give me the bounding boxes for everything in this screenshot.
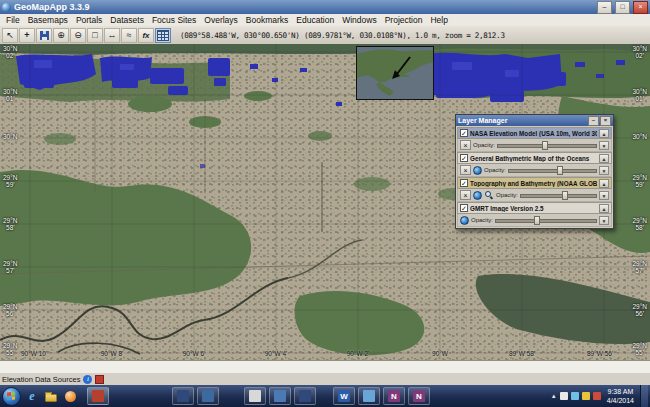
select-tool-button[interactable]: ↖ xyxy=(2,28,18,43)
globe-icon[interactable] xyxy=(473,191,482,200)
action-center-icon[interactable] xyxy=(560,392,568,400)
app-icon xyxy=(249,390,261,402)
layer-visibility-checkbox[interactable]: ✓ xyxy=(460,179,468,187)
save-button[interactable] xyxy=(36,28,52,43)
volume-icon[interactable] xyxy=(582,392,590,400)
taskbar-app[interactable] xyxy=(244,387,266,405)
lat-label: 30°N 01' xyxy=(3,88,18,103)
layer-move-down-button[interactable]: ▼ xyxy=(599,191,609,200)
opacity-label: Opacity: xyxy=(496,192,518,198)
menu-portals[interactable]: Portals xyxy=(72,15,106,25)
title-bar[interactable]: GeoMapApp 3.3.9 – □ × xyxy=(0,0,650,15)
taskbar-app-onenote-2[interactable]: N xyxy=(408,387,430,405)
layer-manager-title-bar[interactable]: Layer Manager – × xyxy=(456,115,613,126)
menu-bookmarks[interactable]: Bookmarks xyxy=(242,15,293,25)
panel-minimize-button[interactable]: – xyxy=(588,116,599,126)
lat-label: 29°N 59' xyxy=(3,174,18,189)
taskbar-app-word[interactable]: W xyxy=(333,387,355,405)
opacity-label: Opacity: xyxy=(473,142,495,148)
taskbar-app[interactable] xyxy=(269,387,291,405)
clock[interactable]: 9:38 AM 4/4/2014 xyxy=(604,387,637,405)
layer-row-gebco[interactable]: ✓ General Bathymetric Map of the Oceans … xyxy=(457,152,612,164)
taskbar-app-geomapapp[interactable] xyxy=(87,387,109,405)
menu-help[interactable]: Help xyxy=(426,15,451,25)
overview-inset-map[interactable] xyxy=(356,46,434,100)
globe-icon[interactable] xyxy=(460,216,469,225)
layer-move-up-button[interactable]: ▲ xyxy=(599,179,609,188)
layer-visibility-checkbox[interactable]: ✓ xyxy=(460,154,468,162)
show-desktop-button[interactable] xyxy=(640,385,648,407)
layer-move-up-button[interactable]: ▲ xyxy=(599,129,609,138)
taskbar-app[interactable] xyxy=(294,387,316,405)
layer-visibility-checkbox[interactable]: ✓ xyxy=(460,129,468,137)
lat-label: 29°N 59' xyxy=(632,174,647,189)
layer-move-up-button[interactable]: ▲ xyxy=(599,154,609,163)
opacity-slider[interactable] xyxy=(508,166,597,175)
menu-overlays[interactable]: Overlays xyxy=(200,15,242,25)
update-icon[interactable] xyxy=(593,392,601,400)
layer-manager-panel[interactable]: Layer Manager – × ✓ NASA Elevation Model… xyxy=(455,114,614,229)
layer-name: GMRT Image Version 2.5 xyxy=(470,205,597,212)
profile-tool-button[interactable]: ≈ xyxy=(121,28,137,43)
shape-tool-icon: □ xyxy=(92,30,97,40)
layer-name: NASA Elevation Model (USA 10m, World 30m… xyxy=(470,130,597,137)
distance-tool-icon: ↔ xyxy=(108,30,117,40)
pan-tool-button[interactable]: + xyxy=(19,28,35,43)
layer-remove-button[interactable]: × xyxy=(460,190,471,200)
layer-row-globe-topo[interactable]: ✓ Topography and Bathymetry (NOAA GLOBE … xyxy=(457,177,612,189)
layer-row-gmrt[interactable]: ✓ GMRT Image Version 2.5 ▲ xyxy=(457,202,612,214)
menu-file[interactable]: File xyxy=(2,15,24,25)
layer-move-down-button[interactable]: ▼ xyxy=(599,166,609,175)
taskbar: e W N N ▲ 9:38 AM xyxy=(0,385,650,407)
taskbar-app[interactable] xyxy=(172,387,194,405)
function-button[interactable]: fx xyxy=(138,28,154,43)
minimize-button[interactable]: – xyxy=(597,1,612,14)
menu-datasets[interactable]: Datasets xyxy=(106,15,148,25)
layer-remove-button[interactable]: × xyxy=(460,140,471,150)
menu-basemaps[interactable]: Basemaps xyxy=(24,15,72,25)
window-title: GeoMapApp 3.3.9 xyxy=(14,2,594,12)
hidden-icons-arrow[interactable]: ▲ xyxy=(551,393,557,399)
zoom-out-button[interactable]: ⊖ xyxy=(70,28,86,43)
map-canvas[interactable]: 30°N 02' 30°N 01' 30°N 29°N 59' 29°N 58'… xyxy=(0,44,650,360)
lon-label: 89°W 58' xyxy=(509,350,535,357)
close-button[interactable]: × xyxy=(633,1,648,14)
info-icon[interactable]: i xyxy=(83,375,92,384)
network-icon[interactable] xyxy=(571,392,579,400)
panel-close-button[interactable]: × xyxy=(600,116,611,126)
taskbar-app[interactable] xyxy=(358,387,380,405)
shape-tool-button[interactable]: □ xyxy=(87,28,103,43)
opacity-slider[interactable] xyxy=(520,191,597,200)
start-button[interactable] xyxy=(2,387,21,406)
taskbar-app-onenote[interactable]: N xyxy=(383,387,405,405)
maximize-button[interactable]: □ xyxy=(615,1,630,14)
lat-label: 29°N 56' xyxy=(3,303,18,318)
magnifier-icon[interactable] xyxy=(484,190,494,200)
menu-education[interactable]: Education xyxy=(292,15,338,25)
explorer-folder-icon[interactable] xyxy=(43,387,59,405)
opacity-slider[interactable] xyxy=(495,216,597,225)
grid-table-button[interactable] xyxy=(155,28,171,43)
menu-focus-sites[interactable]: Focus Sites xyxy=(148,15,200,25)
media-player-icon[interactable] xyxy=(62,387,78,405)
internet-explorer-icon[interactable]: e xyxy=(24,387,40,405)
distance-tool-button[interactable]: ↔ xyxy=(104,28,120,43)
menu-projection[interactable]: Projection xyxy=(381,15,427,25)
taskbar-app[interactable] xyxy=(197,387,219,405)
opacity-slider[interactable] xyxy=(497,141,597,150)
layer-remove-button[interactable]: × xyxy=(460,165,471,175)
layer-move-down-button[interactable]: ▼ xyxy=(599,216,609,225)
app-icon xyxy=(202,390,214,402)
data-source-icon[interactable] xyxy=(95,375,104,384)
menu-windows[interactable]: Windows xyxy=(338,15,380,25)
app-icon xyxy=(274,390,286,402)
lon-label: 90°W 8' xyxy=(101,350,124,357)
globe-icon[interactable] xyxy=(473,166,482,175)
layer-visibility-checkbox[interactable]: ✓ xyxy=(460,204,468,212)
layer-move-down-button[interactable]: ▼ xyxy=(599,141,609,150)
layer-move-up-button[interactable]: ▲ xyxy=(599,204,609,213)
status-label[interactable]: Elevation Data Sources xyxy=(2,375,80,384)
layer-row-nasa-elevation[interactable]: ✓ NASA Elevation Model (USA 10m, World 3… xyxy=(457,127,612,139)
word-icon: W xyxy=(338,390,350,402)
zoom-in-button[interactable]: ⊕ xyxy=(53,28,69,43)
